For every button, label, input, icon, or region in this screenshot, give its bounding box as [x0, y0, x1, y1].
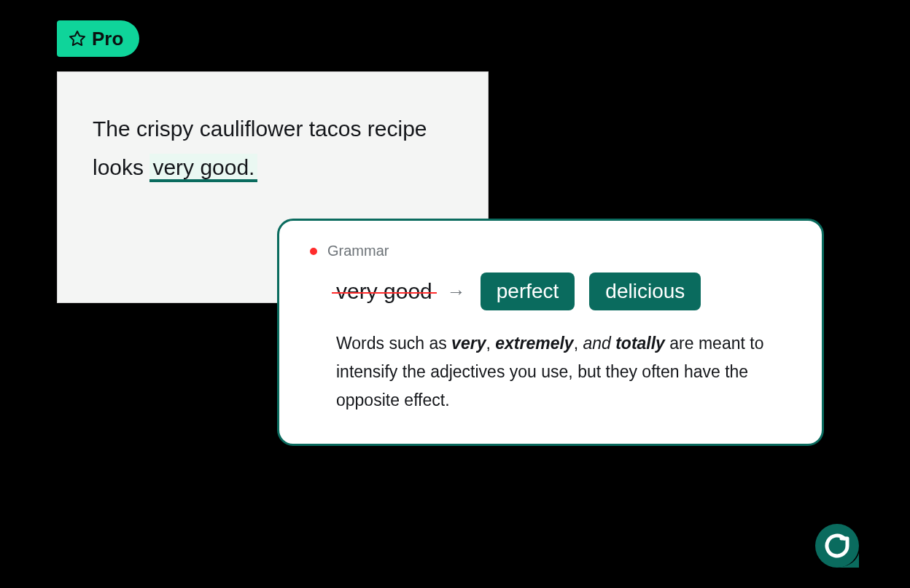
alert-dot-icon	[310, 248, 317, 255]
editor-text-highlight[interactable]: very good.	[149, 154, 257, 181]
star-icon	[69, 30, 86, 47]
pro-badge: Pro	[57, 20, 139, 57]
desc-bold-word: totally	[615, 334, 665, 353]
svg-point-1	[815, 524, 859, 568]
suggestion-card: Grammar very good → perfect delicious Wo…	[277, 219, 824, 446]
pro-badge-label: Pro	[92, 28, 123, 50]
suggestion-row: very good → perfect delicious	[336, 273, 791, 310]
editor-text-prefix: The crispy cauliflower tacos recipe look…	[93, 117, 427, 179]
arrow-right-icon: →	[447, 281, 466, 303]
desc-bold-word: very	[451, 334, 486, 353]
desc-bold-word: extremely	[495, 334, 573, 353]
suggestion-option-1[interactable]: perfect	[481, 273, 575, 310]
suggestion-category: Grammar	[327, 243, 389, 259]
grammarly-logo-icon	[815, 524, 859, 568]
suggestion-option-2[interactable]: delicious	[589, 273, 701, 310]
desc-text: Words such as	[336, 334, 451, 353]
original-phrase-strike: very good	[336, 279, 432, 304]
desc-italic-word: and	[583, 334, 610, 353]
editor-text: The crispy cauliflower tacos recipe look…	[93, 110, 453, 187]
suggestion-header: Grammar	[310, 243, 791, 259]
desc-text: ,	[486, 334, 495, 353]
suggestion-description: Words such as very, extremely, and total…	[336, 329, 791, 415]
svg-marker-0	[70, 31, 85, 45]
desc-text: ,	[574, 334, 583, 353]
